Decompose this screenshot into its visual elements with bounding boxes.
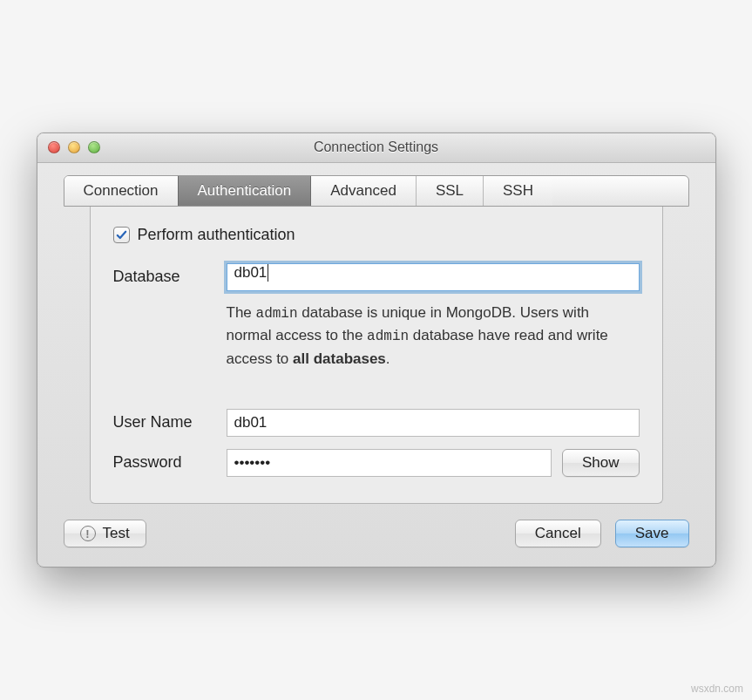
dialog-footer: ! Test Cancel Save [37, 504, 715, 567]
close-icon[interactable] [48, 141, 60, 153]
footer-left: ! Test [64, 520, 146, 547]
database-help-text: The admin database is unique in MongoDB.… [227, 302, 640, 371]
traffic-lights [48, 141, 100, 153]
perform-auth-row: Perform authentication [113, 226, 640, 244]
username-field-wrap [227, 409, 640, 437]
password-row: Password Show [113, 449, 640, 477]
tab-authentication[interactable]: Authentication [178, 176, 312, 206]
checkmark-icon [115, 228, 128, 241]
help-part1: The [227, 304, 256, 321]
attribution-text: wsxdn.com [691, 683, 743, 695]
help-code2: admin [367, 329, 409, 344]
tab-ssh[interactable]: SSH [484, 176, 552, 206]
cancel-button[interactable]: Cancel [515, 520, 601, 547]
footer-right: Cancel Save [515, 520, 689, 547]
window-title: Connection Settings [48, 139, 705, 155]
tab-connection[interactable]: Connection [64, 176, 179, 206]
authentication-panel: Perform authentication Database db01 The… [90, 207, 663, 505]
help-code1: admin [256, 306, 298, 322]
text-cursor-icon [268, 264, 268, 282]
tab-advanced[interactable]: Advanced [311, 176, 417, 206]
password-field-wrap: Show [227, 449, 640, 477]
minimize-icon[interactable] [68, 141, 80, 153]
database-input[interactable]: db01 [227, 263, 640, 291]
password-label: Password [113, 449, 227, 472]
test-button-label: Test [103, 525, 130, 542]
perform-auth-label: Perform authentication [138, 226, 295, 244]
test-button[interactable]: ! Test [64, 520, 146, 547]
database-row: Database db01 The admin database is uniq… [113, 263, 640, 398]
database-value: db01 [234, 264, 268, 281]
username-input[interactable] [227, 409, 640, 437]
connection-settings-window: Connection Settings Connection Authentic… [37, 133, 716, 568]
tab-ssl[interactable]: SSL [417, 176, 484, 206]
username-label: User Name [113, 409, 227, 432]
show-password-button[interactable]: Show [562, 449, 640, 477]
zoom-icon[interactable] [88, 141, 100, 153]
alert-icon: ! [80, 526, 96, 541]
username-row: User Name [113, 409, 640, 437]
tabbar: Connection Authentication Advanced SSL S… [64, 175, 689, 207]
help-part4: . [386, 350, 390, 367]
titlebar: Connection Settings [37, 133, 715, 163]
help-bold: all databases [293, 350, 386, 367]
perform-auth-checkbox[interactable] [113, 227, 130, 243]
save-button[interactable]: Save [615, 520, 689, 547]
database-label: Database [113, 263, 227, 286]
password-input[interactable] [227, 449, 552, 477]
tabbar-wrap: Connection Authentication Advanced SSL S… [37, 163, 715, 505]
database-field-wrap: db01 The admin database is unique in Mon… [227, 263, 640, 398]
